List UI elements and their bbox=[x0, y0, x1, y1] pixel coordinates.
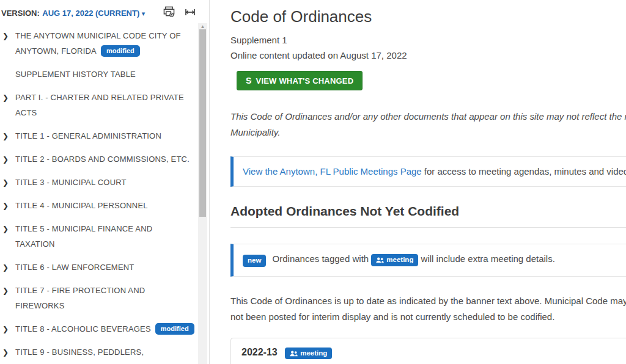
sidebar-item-label: TITLE 9 - BUSINESS, PEDDLERS, bbox=[15, 348, 144, 357]
sidebar-item[interactable]: ❯ TITLE 9 - BUSINESS, PEDDLERS, SOLICITO… bbox=[0, 344, 196, 364]
resize-horizontal-icon[interactable] bbox=[185, 7, 196, 18]
chevron-right-icon[interactable]: ❯ bbox=[2, 90, 9, 106]
sidebar-item[interactable]: ❯ TITLE 5 - MUNICIPAL FINANCE AND TAXATI… bbox=[0, 221, 196, 252]
strikethrough-icon: S bbox=[246, 76, 252, 86]
sidebar-item-label: SUPPLEMENT HISTORY TABLE bbox=[15, 70, 136, 79]
public-meetings-callout: View the Anytown, FL Public Meetings Pag… bbox=[230, 156, 626, 187]
version-dropdown[interactable]: AUG 17, 2022 (CURRENT) ▾ bbox=[42, 9, 145, 18]
version-bar: VERSION: AUG 17, 2022 (CURRENT) ▾ bbox=[0, 0, 209, 24]
toc-sidebar: VERSION: AUG 17, 2022 (CURRENT) ▾ bbox=[0, 0, 210, 364]
supplement-line: Supplement 1 bbox=[230, 32, 626, 48]
sidebar-item[interactable]: ❯ TITLE 3 - MUNICIPAL COURT bbox=[0, 175, 196, 190]
sidebar-item[interactable]: ❯ TITLE 6 - LAW ENFORCEMENT bbox=[0, 260, 196, 275]
toc-nav-list: ❯ THE ANYTOWN MUNICIPAL CODE CITY OF ANY… bbox=[0, 28, 196, 364]
disclaimer-text: This Code of Ordinances and/or any other… bbox=[230, 109, 626, 140]
sidebar-item-label: TITLE 7 - FIRE PROTECTION AND bbox=[15, 286, 145, 295]
caret-down-icon: ▾ bbox=[142, 10, 145, 17]
sidebar-item-label: TITLE 4 - MUNICIPAL PERSONNEL bbox=[15, 201, 148, 210]
chevron-right-icon[interactable]: ❯ bbox=[2, 260, 9, 275]
chevron-right-icon[interactable]: ❯ bbox=[2, 322, 9, 337]
sidebar-item[interactable]: ❯ PART I. - CHARTER AND RELATED PRIVATE … bbox=[0, 90, 196, 120]
sidebar-item[interactable]: ❯ TITLE 1 - GENERAL ADMINISTRATION bbox=[0, 128, 196, 144]
meeting-badge: meeting bbox=[371, 254, 418, 266]
chevron-right-icon[interactable]: ❯ bbox=[2, 198, 9, 214]
sidebar-item[interactable]: ❯ TITLE 4 - MUNICIPAL PERSONNEL bbox=[0, 198, 196, 213]
chevron-right-icon[interactable]: ❯ bbox=[2, 175, 9, 191]
sidebar-item[interactable]: ❯ TITLE 2 - BOARDS AND COMMISSIONS, ETC. bbox=[0, 151, 196, 167]
users-icon bbox=[376, 257, 384, 263]
sidebar-item[interactable]: ❯ THE ANYTOWN MUNICIPAL CODE CITY OF ANY… bbox=[0, 28, 196, 59]
sidebar-item[interactable]: ❯ SUPPLEMENT HISTORY TABLE bbox=[0, 67, 196, 82]
updated-line: Online content updated on August 17, 202… bbox=[230, 48, 626, 63]
uptodate-paragraph: This Code of Ordinances is up to date as… bbox=[230, 293, 626, 325]
public-meetings-link[interactable]: View the Anytown, FL Public Meetings Pag… bbox=[243, 166, 422, 177]
sidebar-item-label: TITLE 6 - LAW ENFORCEMENT bbox=[15, 263, 134, 272]
sidebar-item-label-line2: TAXATION bbox=[15, 239, 55, 249]
sidebar-item-label: TITLE 2 - BOARDS AND COMMISSIONS, ETC. bbox=[15, 155, 190, 164]
version-label: VERSION: bbox=[1, 9, 40, 18]
view-whats-changed-button[interactable]: S VIEW WHAT'S CHANGED bbox=[237, 71, 363, 90]
public-meetings-rest-text: for access to meeting agendas, minutes a… bbox=[422, 166, 626, 177]
users-icon bbox=[290, 351, 298, 357]
scrollbar-thumb[interactable] bbox=[199, 29, 206, 217]
chevron-right-icon[interactable]: ❯ bbox=[2, 152, 9, 167]
sidebar-item-label: TITLE 3 - MUNICIPAL COURT bbox=[15, 178, 127, 187]
meeting-badge: meeting bbox=[285, 348, 332, 360]
sidebar-item-label: PART I. - CHARTER AND RELATED PRIVATE bbox=[15, 93, 184, 102]
tagged-ordinances-callout: new Ordinances tagged with meeting will … bbox=[230, 244, 626, 277]
ordinance-number: 2022-13 bbox=[241, 347, 278, 357]
sidebar-item-label-line2: ANYTOWN, FLORIDA bbox=[15, 46, 97, 56]
sidebar-item[interactable]: ❯ TITLE 8 - ALCOHOLIC BEVERAGESmodified bbox=[0, 321, 196, 337]
ordinance-card: 2022-13 meeting Adopted 10/31/22 The Cit… bbox=[230, 338, 626, 364]
sidebar-item-label: THE ANYTOWN MUNICIPAL CODE CITY OF bbox=[15, 31, 181, 40]
chevron-right-icon[interactable]: ❯ bbox=[2, 283, 9, 299]
content-area: Code of Ordinances Supplement 1 Online c… bbox=[210, 0, 626, 364]
sidebar-item-label: TITLE 1 - GENERAL ADMINISTRATION bbox=[15, 131, 161, 140]
tagged-callout-after-text: will include extra meeting details. bbox=[421, 253, 555, 264]
chevron-right-icon[interactable]: ❯ bbox=[2, 222, 9, 237]
sidebar-item-label-line2: FIREWORKS bbox=[15, 301, 65, 310]
new-badge: new bbox=[243, 255, 266, 267]
chevron-right-icon[interactable]: ❯ bbox=[2, 129, 9, 144]
modified-badge: modified bbox=[155, 323, 194, 335]
section-title-adopted-ordinances: Adopted Ordinances Not Yet Codified bbox=[230, 204, 626, 228]
scroll-up-arrow-icon[interactable]: ▲ bbox=[198, 24, 207, 29]
modified-badge: modified bbox=[101, 45, 140, 57]
chevron-right-icon[interactable]: ❯ bbox=[2, 345, 9, 360]
sidebar-item[interactable]: ❯ TITLE 7 - FIRE PROTECTION AND FIREWORK… bbox=[0, 283, 196, 313]
sidebar-item-label: TITLE 5 - MUNICIPAL FINANCE AND bbox=[15, 224, 152, 233]
sidebar-scrollbar[interactable]: ▲ bbox=[198, 23, 207, 364]
page-title: Code of Ordinances bbox=[230, 7, 626, 26]
chevron-right-icon[interactable]: ❯ bbox=[2, 29, 9, 44]
sidebar-item-label: TITLE 8 - ALCOHOLIC BEVERAGES bbox=[15, 324, 151, 333]
sidebar-item-label-line2: ACTS bbox=[15, 108, 37, 117]
tagged-callout-before-text: Ordinances tagged with bbox=[273, 253, 369, 264]
printer-icon[interactable] bbox=[163, 6, 175, 20]
